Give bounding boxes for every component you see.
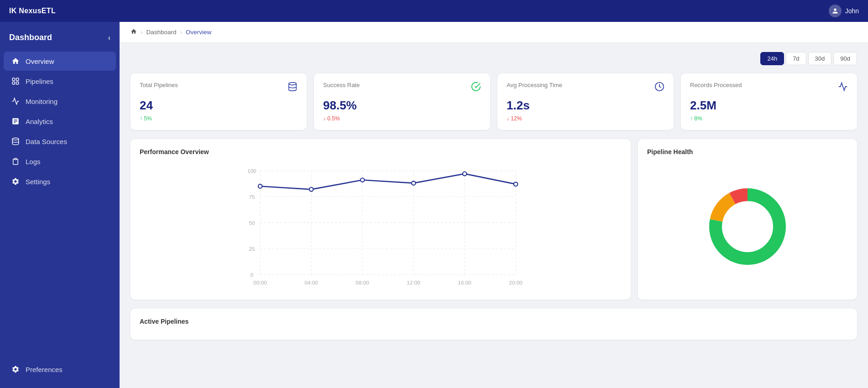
svg-text:08:00: 08:00	[356, 279, 369, 286]
analytics-icon	[11, 117, 20, 125]
main-content: › Dashboard › Overview 24h 7d 30d 90d To…	[120, 22, 868, 388]
user-info: John	[829, 5, 859, 17]
svg-point-4	[12, 138, 19, 140]
sidebar-title: Dashboard	[9, 33, 52, 42]
line-chart-svg: .grid-line { stroke: #e8e8e8; stroke-wid…	[140, 163, 622, 290]
sidebar-collapse-button[interactable]: ‹	[108, 34, 110, 42]
sidebar-item-pipelines[interactable]: Pipelines	[4, 72, 116, 91]
metric-card-records-processed-header: Records Processed	[690, 82, 848, 94]
metric-label-total-pipelines: Total Pipelines	[140, 82, 178, 88]
main-layout: Dashboard ‹ Overview Pipelines Mon	[0, 22, 868, 388]
performance-overview-card: Performance Overview .grid-line { stroke…	[131, 139, 631, 300]
metric-change-total-pipelines: ↑ 5%	[140, 115, 298, 122]
chart-point-1	[309, 187, 314, 191]
database-icon	[288, 82, 298, 94]
svg-text:04:00: 04:00	[304, 279, 318, 286]
time-filter-7d[interactable]: 7d	[786, 52, 806, 65]
monitoring-icon	[11, 97, 20, 105]
metric-value-records-processed: 2.5M	[690, 98, 848, 113]
metric-card-success-rate: Success Rate 98.5% ↓ 0.5%	[314, 73, 490, 130]
metric-card-avg-processing: Avg Processing Time 1.2s ↓ 12%	[497, 73, 674, 130]
metric-card-avg-processing-header: Avg Processing Time	[507, 82, 664, 94]
performance-chart-title: Performance Overview	[140, 148, 622, 155]
sidebar-label-pipelines: Pipelines	[26, 78, 53, 85]
sidebar-label-analytics: Analytics	[26, 118, 53, 125]
performance-line	[260, 174, 516, 189]
charts-row: Performance Overview .grid-line { stroke…	[131, 139, 857, 300]
breadcrumb-sep-1: ›	[141, 29, 143, 36]
sidebar-item-preferences[interactable]: Preferences	[4, 360, 116, 379]
time-filter-90d[interactable]: 90d	[833, 52, 857, 65]
metric-card-success-rate-header: Success Rate	[323, 82, 481, 94]
sidebar: Dashboard ‹ Overview Pipelines Mon	[0, 22, 120, 388]
svg-text:50: 50	[249, 220, 255, 226]
metric-change-success-rate: ↓ 0.5%	[323, 115, 481, 122]
svg-rect-2	[12, 82, 15, 84]
svg-rect-3	[16, 82, 19, 84]
breadcrumb-dashboard[interactable]: Dashboard	[146, 29, 177, 36]
metric-value-avg-processing: 1.2s	[507, 98, 664, 113]
logs-icon	[11, 157, 20, 166]
breadcrumb: › Dashboard › Overview	[120, 22, 868, 43]
pulse-icon	[838, 82, 848, 94]
sidebar-label-overview: Overview	[26, 57, 54, 65]
time-filter-group: 24h 7d 30d 90d	[131, 52, 857, 65]
chart-point-2	[361, 178, 365, 182]
metric-label-avg-processing: Avg Processing Time	[507, 82, 562, 88]
chart-point-0	[258, 184, 262, 188]
svg-text:12:00: 12:00	[407, 279, 420, 286]
page-content: 24h 7d 30d 90d Total Pipelines 24 ↑ 5%	[120, 43, 868, 349]
user-name: John	[845, 7, 859, 15]
svg-text:16:00: 16:00	[458, 279, 471, 286]
chart-point-5	[514, 182, 518, 186]
pipeline-health-card: Pipeline Health	[638, 139, 857, 300]
datasource-icon	[11, 137, 20, 145]
donut-wrapper	[647, 163, 848, 290]
app-logo: IK NexusETL	[9, 7, 56, 15]
donut-chart-svg	[702, 181, 793, 272]
metric-card-total-pipelines-header: Total Pipelines	[140, 82, 298, 94]
svg-text:100: 100	[247, 168, 256, 174]
svg-rect-5	[15, 158, 17, 160]
svg-text:25: 25	[249, 246, 255, 252]
sidebar-label-datasources: Data Sources	[26, 138, 67, 145]
sidebar-header: Dashboard ‹	[0, 26, 120, 52]
sidebar-label-monitoring: Monitoring	[26, 98, 58, 105]
metric-change-avg-processing: ↓ 12%	[507, 115, 664, 122]
sidebar-item-datasources[interactable]: Data Sources	[4, 132, 116, 151]
preferences-icon	[11, 365, 20, 373]
sidebar-item-settings[interactable]: Settings	[4, 172, 116, 191]
metric-cards-row: Total Pipelines 24 ↑ 5% Success Rate	[131, 73, 857, 130]
home-breadcrumb-icon[interactable]	[131, 28, 137, 36]
sidebar-label-preferences: Preferences	[26, 366, 63, 373]
breadcrumb-overview: Overview	[186, 29, 211, 36]
svg-text:20:00: 20:00	[509, 279, 523, 286]
metric-value-total-pipelines: 24	[140, 98, 298, 113]
time-filter-24h[interactable]: 24h	[760, 52, 784, 65]
svg-text:75: 75	[249, 194, 255, 200]
metric-card-records-processed: Records Processed 2.5M ↑ 8%	[681, 73, 857, 130]
metric-change-records-processed: ↑ 8%	[690, 115, 848, 122]
sidebar-item-analytics[interactable]: Analytics	[4, 112, 116, 131]
sidebar-label-settings: Settings	[26, 178, 50, 186]
chart-point-3	[412, 181, 416, 185]
user-avatar	[829, 5, 842, 17]
svg-text:0: 0	[251, 272, 254, 278]
sidebar-nav: Overview Pipelines Monitoring Analytics	[0, 52, 120, 352]
time-filter-30d[interactable]: 30d	[808, 52, 832, 65]
settings-icon	[11, 177, 20, 186]
sidebar-label-logs: Logs	[26, 158, 41, 166]
svg-point-6	[289, 83, 297, 85]
home-icon	[11, 57, 20, 65]
clock-icon	[654, 82, 664, 94]
sidebar-item-logs[interactable]: Logs	[4, 152, 116, 171]
active-pipelines-card: Active Pipelines	[131, 309, 857, 340]
active-pipelines-title: Active Pipelines	[140, 318, 848, 325]
sidebar-item-monitoring[interactable]: Monitoring	[4, 92, 116, 111]
svg-rect-0	[12, 78, 15, 80]
sidebar-item-overview[interactable]: Overview	[4, 52, 116, 71]
pipeline-icon	[11, 77, 20, 85]
sidebar-footer: Preferences	[0, 352, 120, 388]
check-circle-icon	[471, 82, 481, 94]
topbar: IK NexusETL John	[0, 0, 868, 22]
